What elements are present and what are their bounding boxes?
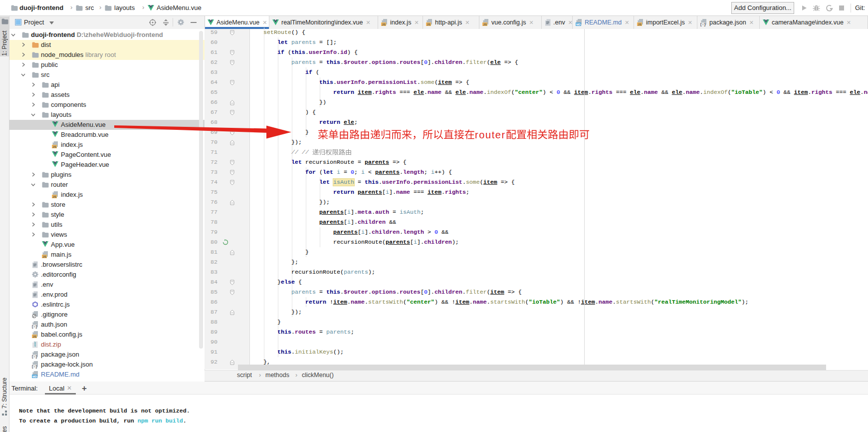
- svg-text:{·}: {·}: [700, 22, 706, 26]
- svg-text:JS: JS: [42, 255, 46, 258]
- svg-text:JS: JS: [32, 335, 36, 338]
- svg-text:JS: JS: [638, 22, 642, 26]
- svg-text:JS: JS: [483, 22, 487, 26]
- svg-text:{·}: {·}: [32, 365, 37, 369]
- svg-text:JS: JS: [52, 145, 56, 148]
- svg-text:JS: JS: [52, 195, 56, 198]
- svg-text:MD: MD: [576, 23, 581, 26]
- svg-text:MD: MD: [32, 375, 37, 378]
- svg-text:{·}: {·}: [32, 325, 37, 329]
- svg-text:JS: JS: [382, 22, 386, 26]
- svg-text:JS: JS: [427, 22, 431, 26]
- svg-text:{·}: {·}: [32, 355, 37, 359]
